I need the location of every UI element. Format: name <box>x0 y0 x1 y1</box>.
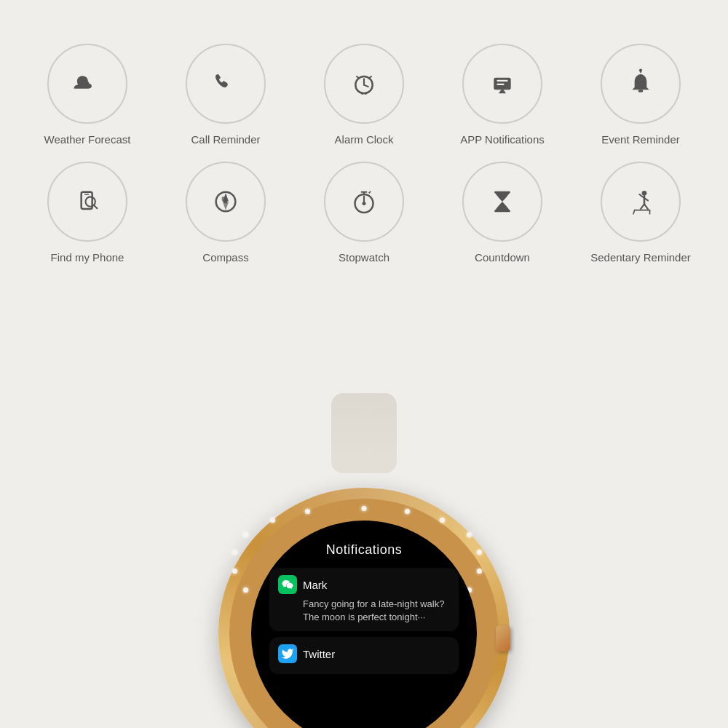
svg-rect-12 <box>638 90 644 92</box>
call-reminder-label: Call Reminder <box>191 132 260 147</box>
watch-crown <box>496 626 510 652</box>
feature-app-notifications[interactable]: APP Notifications <box>444 44 561 147</box>
countdown-label: Countdown <box>475 250 530 265</box>
notifications-title: Notifications <box>269 542 459 558</box>
watch-bezel: Notifications Mark <box>218 488 510 728</box>
call-icon <box>207 66 244 102</box>
watch-section: Notifications Mark <box>197 393 531 728</box>
svg-line-3 <box>364 85 368 87</box>
app-notifications-label: APP Notifications <box>460 132 545 147</box>
feature-circle-countdown <box>462 162 542 242</box>
svg-line-33 <box>641 204 644 209</box>
alarm-icon <box>346 66 382 102</box>
svg-line-34 <box>644 204 648 209</box>
notif-header-wechat: Mark <box>278 575 450 594</box>
find-phone-icon <box>69 183 106 220</box>
feature-circle-call <box>186 44 266 124</box>
alarm-clock-label: Alarm Clock <box>335 132 394 147</box>
stopwatch-icon <box>346 183 382 220</box>
wechat-app-icon <box>278 575 297 594</box>
svg-marker-11 <box>499 90 506 93</box>
feature-sedentary-reminder[interactable]: Sedentary Reminder <box>582 162 699 265</box>
notification-icon <box>484 66 521 102</box>
svg-line-17 <box>94 205 97 208</box>
feature-compass[interactable]: Compass <box>167 162 284 265</box>
svg-point-14 <box>639 69 642 72</box>
feature-circle-notification <box>462 44 542 124</box>
wechat-sender: Mark <box>303 579 327 591</box>
event-reminder-label: Event Reminder <box>601 132 680 147</box>
svg-rect-27 <box>494 191 510 193</box>
feature-countdown[interactable]: Countdown <box>444 162 561 265</box>
watch-diamond-ring: Notifications Mark <box>229 499 499 728</box>
feature-weather-forecast[interactable]: Weather Forecast <box>29 44 146 147</box>
sedentary-icon <box>622 183 659 220</box>
feature-circle-alarm <box>324 44 404 124</box>
twitter-app-icon <box>278 644 297 663</box>
bell-icon <box>622 66 659 102</box>
notif-header-twitter: Twitter <box>278 644 450 663</box>
feature-call-reminder[interactable]: Call Reminder <box>167 44 284 147</box>
feature-circle-sedentary <box>601 162 681 242</box>
feature-stopwatch[interactable]: Stopwatch <box>306 162 422 265</box>
feature-event-reminder[interactable]: Event Reminder <box>582 44 699 147</box>
feature-circle-stopwatch <box>324 162 404 242</box>
feature-circle-find-phone <box>47 162 127 242</box>
svg-line-4 <box>357 76 359 79</box>
twitter-icon <box>281 647 294 660</box>
weather-icon <box>69 66 106 102</box>
svg-line-26 <box>369 191 371 193</box>
svg-rect-28 <box>494 210 510 212</box>
feature-circle-compass <box>186 162 266 242</box>
features-section: Weather Forecast Call Reminder <box>0 0 728 264</box>
watch-outer: Notifications Mark <box>218 488 510 728</box>
countdown-icon <box>484 183 521 220</box>
notification-item-twitter: Twitter <box>269 637 459 674</box>
svg-line-5 <box>369 76 371 79</box>
feature-alarm-clock[interactable]: Alarm Clock <box>306 44 422 147</box>
wechat-icon <box>281 578 294 591</box>
find-my-phone-label: Find my Phone <box>51 250 124 265</box>
wechat-message: Fancy going for a late-night walk? The m… <box>278 598 450 624</box>
feature-circle-bell <box>601 44 681 124</box>
sedentary-reminder-label: Sedentary Reminder <box>590 250 691 265</box>
compass-label: Compass <box>202 250 248 265</box>
stopwatch-label: Stopwatch <box>339 250 389 265</box>
weather-forecast-label: Weather Forecast <box>44 132 131 147</box>
feature-find-my-phone[interactable]: Find my Phone <box>29 162 146 265</box>
feature-circle-weather <box>47 44 127 124</box>
notification-item-wechat: Mark Fancy going for a late-night walk? … <box>269 568 459 631</box>
compass-icon <box>207 183 244 220</box>
twitter-sender: Twitter <box>303 648 335 660</box>
features-row-1: Weather Forecast Call Reminder <box>29 44 699 147</box>
features-row-2: Find my Phone Compass <box>29 162 699 265</box>
svg-line-36 <box>633 210 635 213</box>
